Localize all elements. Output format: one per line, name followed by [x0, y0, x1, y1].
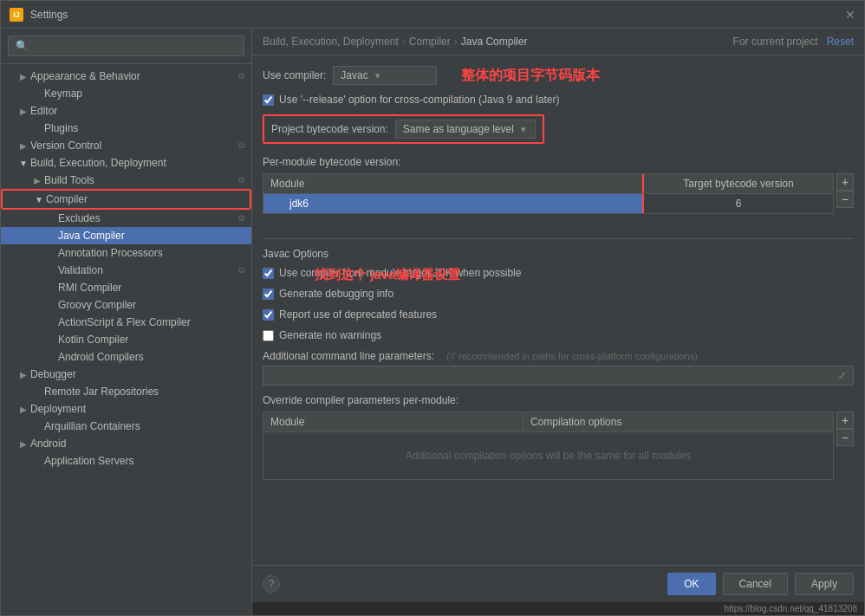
- javac-option-3: Report use of deprecated features: [263, 308, 854, 321]
- sidebar-item-excludes[interactable]: ▶ Excludes ⧉: [1, 210, 251, 227]
- sidebar-item-label: Deployment: [30, 403, 244, 415]
- javac-option-4-checkbox[interactable]: [263, 330, 274, 341]
- breadcrumb-right: For current project Reset: [733, 36, 854, 48]
- sidebar-item-arquillian[interactable]: ▶ Arquillian Containers: [1, 418, 251, 435]
- reset-link[interactable]: Reset: [827, 36, 854, 48]
- override-header: Module Compilation options: [263, 412, 833, 432]
- sidebar-item-remote-jar[interactable]: ▶ Remote Jar Repositories: [1, 383, 251, 400]
- sidebar-item-plugins[interactable]: ▶ Plugins: [1, 120, 251, 137]
- breadcrumb-item-3: Java Compiler: [461, 36, 528, 48]
- remove-row-button[interactable]: −: [836, 191, 854, 208]
- apply-button[interactable]: Apply: [795, 573, 854, 595]
- per-module-table: Module Target bytecode version jdk6 6: [263, 173, 834, 214]
- javac-option-1-checkbox[interactable]: [263, 268, 274, 279]
- javac-option-2-checkbox[interactable]: [263, 289, 274, 300]
- javac-options-wrapper: Use compiler from module target JDK when…: [263, 267, 854, 300]
- per-module-title: Per-module bytecode version:: [263, 156, 854, 168]
- add-row-button[interactable]: +: [836, 173, 854, 191]
- sidebar-item-label: Debugger: [30, 368, 244, 380]
- sidebar-item-label: Android: [30, 438, 244, 450]
- main-content: ▶ Appearance & Behavior ⧉ ▶ Keymap ▶ Edi…: [1, 29, 864, 615]
- bytecode-version-dropdown[interactable]: Same as language level ▼: [395, 120, 536, 139]
- sidebar-item-appearance-behavior[interactable]: ▶ Appearance & Behavior ⧉: [1, 68, 251, 85]
- window-title: Settings: [30, 9, 68, 21]
- ok-button[interactable]: OK: [667, 573, 715, 595]
- sidebar-item-groovy-compiler[interactable]: ▶ Groovy Compiler: [1, 296, 251, 314]
- copy-icon: ⧉: [238, 213, 244, 224]
- sidebar-item-debugger[interactable]: ▶ Debugger: [1, 366, 251, 383]
- copy-icon: ⧉: [238, 265, 244, 276]
- sidebar-item-label: Excludes: [58, 212, 238, 224]
- sidebar-item-build-execution[interactable]: ▼ Build, Execution, Deployment: [1, 154, 251, 172]
- sidebar-item-android-compilers[interactable]: ▶ Android Compilers: [1, 348, 251, 366]
- override-title: Override compiler parameters per-module:: [263, 394, 854, 406]
- sidebar-item-annotation-processors[interactable]: ▶ Annotation Processors: [1, 244, 251, 262]
- arrow-icon: ▶: [18, 106, 29, 116]
- override-body: Additional compilation options will be t…: [263, 432, 833, 479]
- sidebar-item-label: Android Compilers: [58, 351, 244, 363]
- sidebar-item-deployment[interactable]: ▶ Deployment: [1, 400, 251, 418]
- bytecode-version-label: Project bytecode version:: [271, 123, 388, 135]
- sidebar-item-compiler[interactable]: ▼ Compiler: [1, 189, 251, 210]
- javac-option-3-checkbox[interactable]: [263, 309, 274, 321]
- table-row[interactable]: jdk6 6: [263, 194, 833, 213]
- breadcrumb: Build, Execution, Deployment › Compiler …: [263, 36, 527, 48]
- additional-params-input[interactable]: ⤢: [263, 366, 854, 386]
- app-icon: IJ: [10, 8, 23, 22]
- breadcrumb-item-2: Compiler: [409, 36, 451, 48]
- annotation-top: 整体的项目字节码版本: [461, 67, 600, 85]
- sidebar-item-label: RMI Compiler: [58, 282, 244, 294]
- arrow-icon: ▶: [32, 175, 42, 185]
- sidebar-item-label: Version Control: [30, 139, 238, 152]
- sidebar-item-actionscript[interactable]: ▶ ActionScript & Flex Compiler: [1, 314, 251, 331]
- panel-content: Use compiler: Javac ▼ 整体的项目字节码版本 U: [252, 55, 864, 565]
- settings-window: IJ Settings ✕ ▶ Appearance & Behavior ⧉ …: [0, 0, 865, 616]
- override-section: Override compiler parameters per-module:…: [263, 394, 854, 480]
- sidebar-item-editor[interactable]: ▶ Editor: [1, 102, 251, 120]
- override-remove-button[interactable]: −: [836, 429, 854, 446]
- module-cell: jdk6: [263, 194, 642, 213]
- javac-option-1: Use compiler from module target JDK when…: [263, 267, 854, 279]
- sidebar-item-keymap[interactable]: ▶ Keymap: [1, 85, 251, 102]
- use-compiler-value: Javac: [341, 69, 367, 81]
- annotation-text-top: 整体的项目字节码版本: [461, 68, 600, 82]
- additional-params-note: ('/' recommended in paths for cross-plat…: [446, 351, 698, 361]
- copy-icon: ⧉: [238, 71, 244, 81]
- search-input[interactable]: [8, 36, 244, 56]
- sidebar-item-label: Appearance & Behavior: [30, 70, 238, 82]
- sidebar-item-validation[interactable]: ▶ Validation ⧉: [1, 262, 251, 279]
- sidebar-item-label: Keymap: [44, 88, 244, 100]
- sidebar-item-application-servers[interactable]: ▶ Application Servers: [1, 452, 251, 470]
- release-option-checkbox[interactable]: [263, 94, 274, 106]
- sidebar-item-label: Build Tools: [44, 174, 238, 186]
- sidebar-item-android[interactable]: ▶ Android: [1, 435, 251, 452]
- sidebar-item-label: Compiler: [46, 193, 243, 205]
- arrow-icon: ▼: [34, 194, 44, 204]
- cancel-button[interactable]: Cancel: [723, 573, 788, 595]
- sidebar-item-label: Application Servers: [44, 455, 244, 467]
- sidebar-item-build-tools[interactable]: ▶ Build Tools ⧉: [1, 172, 251, 189]
- sidebar-item-java-compiler[interactable]: ▶ Java Compiler: [1, 227, 251, 244]
- sidebar-item-label: Annotation Processors: [58, 247, 244, 259]
- sidebar-item-version-control[interactable]: ▶ Version Control ⧉: [1, 137, 251, 154]
- sidebar-item-label: Editor: [30, 105, 244, 117]
- release-option-row: Use '--release' option for cross-compila…: [263, 94, 854, 106]
- url-text: https://blog.csdn.net/qq_41813208: [725, 604, 857, 613]
- use-compiler-label: Use compiler:: [263, 69, 326, 81]
- bytecode-value: Same as language level: [403, 123, 514, 135]
- table-col-module: Module: [263, 174, 642, 193]
- javac-option-3-label: Report use of deprecated features: [279, 308, 437, 321]
- additional-params-section: Additional command line parameters: ('/'…: [263, 350, 854, 386]
- override-col-compilation: Compilation options: [524, 412, 833, 431]
- use-compiler-dropdown[interactable]: Javac ▼: [333, 66, 437, 85]
- sidebar-item-label: Groovy Compiler: [58, 299, 244, 311]
- close-button[interactable]: ✕: [845, 8, 855, 22]
- override-add-button[interactable]: +: [836, 412, 854, 429]
- table-header: Module Target bytecode version: [263, 174, 833, 194]
- sidebar-item-kotlin-compiler[interactable]: ▶ Kotlin Compiler: [1, 331, 251, 348]
- sidebar-item-rmi-compiler[interactable]: ▶ RMI Compiler: [1, 279, 251, 296]
- help-button[interactable]: ?: [263, 575, 280, 593]
- sidebar-tree: ▶ Appearance & Behavior ⧉ ▶ Keymap ▶ Edi…: [1, 64, 251, 615]
- javac-option-2: Generate debugging info: [263, 288, 854, 300]
- copy-icon: ⧉: [238, 140, 244, 151]
